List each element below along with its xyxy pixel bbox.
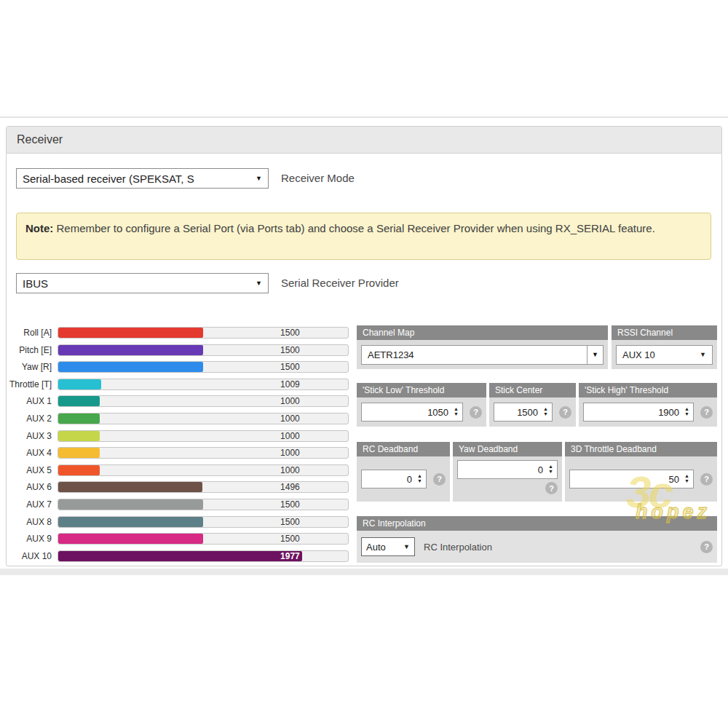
stick-low-input[interactable]: 1050 ▲▼ bbox=[361, 403, 463, 422]
channel-meter: 1500 bbox=[58, 499, 349, 510]
rc-deadband-input[interactable]: 0 ▲▼ bbox=[361, 470, 427, 488]
bottom-divider bbox=[0, 569, 728, 575]
channel-row: AUX 7 1500 bbox=[7, 499, 349, 510]
stick-low-column: 'Stick Low' Threshold 1050 ▲▼ ? bbox=[357, 383, 486, 427]
serial-provider-label: Serial Receiver Provider bbox=[281, 273, 399, 293]
help-icon[interactable]: ? bbox=[700, 541, 713, 553]
serial-provider-select[interactable]: IBUS ▼ bbox=[16, 273, 269, 293]
channel-label: AUX 6 bbox=[7, 482, 58, 492]
chevron-down-icon[interactable]: ▼ bbox=[587, 346, 603, 364]
channel-row: Yaw [R] 1500 bbox=[7, 361, 349, 373]
channel-meter: 1500 bbox=[58, 327, 349, 339]
channel-meter: 1500 bbox=[58, 516, 349, 528]
channel-bar-fill bbox=[58, 482, 202, 492]
throttle-deadband-value: 50 bbox=[669, 474, 679, 485]
channel-bar-fill bbox=[58, 465, 100, 475]
channel-map-value: AETR1234 bbox=[362, 349, 587, 360]
channel-value: 1500 bbox=[232, 534, 348, 545]
channel-meter: 1000 bbox=[58, 395, 349, 407]
stick-high-column: 'Stick High' Threshold 1900 ▲▼ ? bbox=[579, 383, 717, 427]
channel-label: AUX 2 bbox=[7, 414, 58, 424]
channel-value: 1000 bbox=[232, 414, 348, 424]
stick-center-column: Stick Center 1500 ▲▼ ? bbox=[489, 383, 576, 427]
channel-row: AUX 5 1000 bbox=[7, 464, 349, 476]
channel-row: Pitch [E] 1500 bbox=[7, 344, 349, 356]
spinner[interactable]: ▲▼ bbox=[548, 464, 553, 475]
stick-thresholds-section: 'Stick Low' Threshold 1050 ▲▼ ? Stick Ce… bbox=[357, 383, 717, 427]
yaw-deadband-input[interactable]: 0 ▲▼ bbox=[457, 460, 558, 479]
rc-deadband-column: RC Deadband 0 ▲▼ ? bbox=[357, 442, 450, 502]
channel-map-section: Channel Map AETR1234 ▼ RSSI Channel AUX … bbox=[357, 325, 717, 369]
channel-meter: 1000 bbox=[58, 464, 349, 476]
chevron-down-icon: ▼ bbox=[256, 175, 262, 182]
spinner[interactable]: ▲▼ bbox=[543, 407, 548, 417]
channel-row: AUX 2 1000 bbox=[7, 413, 349, 424]
channel-row: AUX 3 1000 bbox=[7, 430, 349, 442]
chevron-down-icon: ▼ bbox=[256, 280, 262, 287]
yaw-deadband-value: 0 bbox=[538, 464, 543, 475]
channel-bar-fill bbox=[58, 362, 203, 372]
spinner-down-icon[interactable]: ▼ bbox=[548, 470, 553, 475]
top-divider bbox=[0, 116, 728, 118]
channel-label: AUX 7 bbox=[7, 499, 58, 510]
rssi-channel-column: RSSI Channel AUX 10 ▼ bbox=[612, 325, 717, 369]
yaw-deadband-column: Yaw Deadband 0 ▲▼ ? bbox=[453, 442, 562, 502]
spinner-down-icon[interactable]: ▼ bbox=[417, 479, 422, 484]
channel-row: Throttle [T] 1009 bbox=[7, 379, 349, 390]
rssi-channel-select[interactable]: AUX 10 ▼ bbox=[616, 345, 713, 365]
note-bold: Note: bbox=[25, 222, 53, 234]
spinner[interactable]: ▲▼ bbox=[454, 407, 459, 417]
spinner-down-icon[interactable]: ▼ bbox=[454, 412, 459, 417]
channel-bar-fill bbox=[58, 534, 203, 544]
channel-label: AUX 9 bbox=[7, 534, 58, 544]
channel-row: AUX 4 1000 bbox=[7, 447, 349, 459]
rc-interpolation-header: RC Interpolation bbox=[357, 516, 717, 531]
help-icon[interactable]: ? bbox=[559, 406, 571, 419]
channel-value: 1977 bbox=[232, 551, 348, 562]
channel-value: 1500 bbox=[232, 345, 348, 356]
channel-label: AUX 8 bbox=[7, 517, 58, 527]
channel-row: Roll [A] 1500 bbox=[7, 327, 349, 339]
spinner-down-icon[interactable]: ▼ bbox=[684, 412, 689, 417]
channel-label: Pitch [E] bbox=[7, 345, 58, 355]
help-icon[interactable]: ? bbox=[545, 482, 558, 494]
stick-high-input[interactable]: 1900 ▲▼ bbox=[583, 403, 694, 422]
channel-meter: 1500 bbox=[58, 344, 349, 356]
throttle-deadband-input[interactable]: 50 ▲▼ bbox=[569, 470, 694, 488]
channel-value: 1500 bbox=[232, 517, 348, 528]
spinner-down-icon[interactable]: ▼ bbox=[684, 479, 689, 484]
spinner[interactable]: ▲▼ bbox=[684, 407, 689, 417]
rc-interpolation-select[interactable]: Auto ▼ bbox=[361, 537, 415, 556]
rssi-channel-value: AUX 10 bbox=[622, 349, 655, 360]
channel-meter: 1500 bbox=[58, 533, 349, 545]
channel-label: AUX 5 bbox=[7, 465, 58, 475]
channel-map-column: Channel Map AETR1234 ▼ bbox=[357, 325, 608, 369]
help-icon[interactable]: ? bbox=[470, 406, 482, 419]
channel-value: 1000 bbox=[232, 448, 348, 459]
serial-provider-value: IBUS bbox=[23, 277, 48, 290]
receiver-mode-select[interactable]: Serial-based receiver (SPEKSAT, S ▼ bbox=[16, 168, 269, 189]
channel-meter: 1000 bbox=[58, 413, 349, 424]
throttle-deadband-header: 3D Throttle Deadband bbox=[565, 442, 717, 456]
help-icon[interactable]: ? bbox=[700, 473, 713, 486]
channel-label: AUX 10 bbox=[7, 551, 58, 561]
help-icon[interactable]: ? bbox=[433, 473, 446, 486]
spinner[interactable]: ▲▼ bbox=[417, 474, 422, 484]
spinner-down-icon[interactable]: ▼ bbox=[543, 412, 548, 417]
spinner[interactable]: ▲▼ bbox=[684, 474, 689, 484]
help-icon[interactable]: ? bbox=[700, 406, 713, 419]
channel-meter: 1000 bbox=[58, 447, 349, 459]
stick-center-input[interactable]: 1500 ▲▼ bbox=[494, 403, 553, 422]
channel-value: 1500 bbox=[232, 328, 348, 339]
channel-map-combobox[interactable]: AETR1234 ▼ bbox=[361, 345, 604, 365]
stick-low-header: 'Stick Low' Threshold bbox=[357, 383, 486, 397]
rc-interpolation-value: Auto bbox=[366, 542, 386, 553]
note-text: Remember to configure a Serial Port (via… bbox=[53, 222, 655, 234]
stick-low-value: 1050 bbox=[427, 407, 448, 418]
chevron-down-icon: ▼ bbox=[700, 351, 706, 358]
stick-center-header: Stick Center bbox=[489, 383, 576, 397]
rc-deadband-header: RC Deadband bbox=[357, 442, 450, 456]
channel-bar-fill bbox=[58, 517, 203, 527]
channel-value: 1500 bbox=[232, 499, 348, 510]
channel-label: Roll [A] bbox=[7, 328, 58, 338]
